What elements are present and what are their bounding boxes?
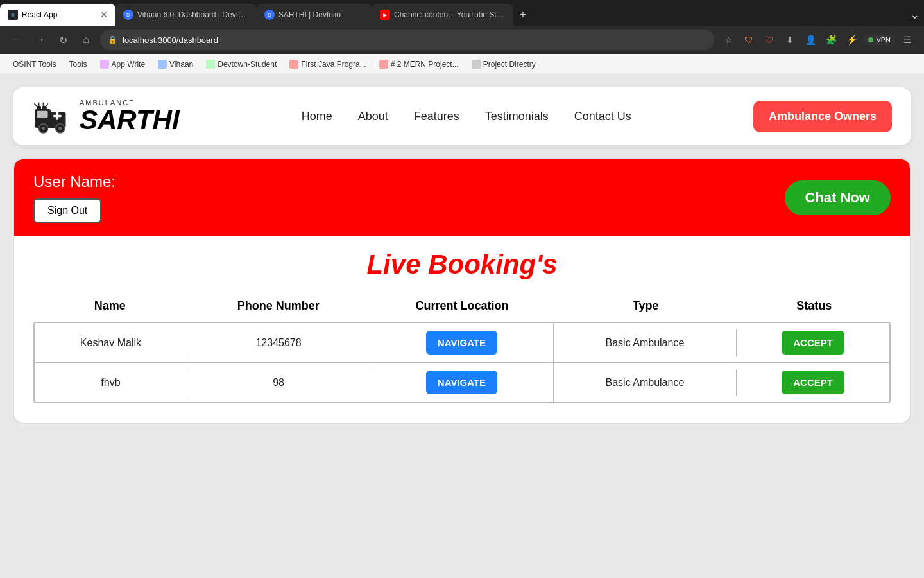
puzzle-icon[interactable]: 🧩 — [822, 31, 840, 49]
bookmarks-bar: OSINT Tools Tools App Write Vihaan Devto… — [0, 54, 924, 74]
navigate-button-1[interactable]: NAVIGATE — [426, 331, 497, 355]
project-favicon — [472, 60, 481, 69]
accept-button-1[interactable]: ACCEPT — [782, 331, 844, 355]
table-row: Keshav Malik 12345678 NAVIGATE Basic Amb… — [35, 323, 889, 363]
bookings-table: Keshav Malik 12345678 NAVIGATE Basic Amb… — [33, 322, 891, 403]
extension-shield[interactable]: 🛡 — [740, 31, 758, 49]
bookmark-tools[interactable]: Tools — [64, 58, 92, 70]
nav-contact[interactable]: Contact Us — [574, 110, 631, 123]
back-button[interactable]: ← — [8, 31, 26, 49]
bookmark-label-java: First Java Progra... — [301, 60, 366, 69]
ambulance-logo-icon — [32, 97, 77, 136]
vpn-badge[interactable]: VPN — [863, 35, 896, 45]
tab-sarthi[interactable]: D SARTHI | Devfolio — [257, 4, 372, 26]
nav-bar: ← → ↻ ⌂ 🔒 ☆ 🛡 🛡 ⬇ 👤 🧩 ⚡ VPN ☰ — [0, 26, 924, 54]
lock-icon: 🔒 — [108, 35, 117, 44]
col-phone: Phone Number — [187, 299, 370, 313]
row2-type: Basic Ambulance — [554, 369, 737, 396]
bookmark-osint[interactable]: OSINT Tools — [8, 58, 62, 70]
nav-home[interactable]: Home — [302, 110, 332, 123]
bookmark-devtown[interactable]: Devtown-Student — [201, 58, 282, 70]
reload-button[interactable]: ↻ — [54, 31, 72, 49]
accept-button-2[interactable]: ACCEPT — [782, 371, 844, 394]
user-section: User Name: Sign Out — [33, 173, 116, 223]
profile-button[interactable]: 👤 — [801, 31, 819, 49]
tab-label-youtube: Channel content - YouTube Studio — [394, 10, 506, 19]
row2-phone: 98 — [187, 369, 370, 396]
dashboard-container: User Name: Sign Out Chat Now Live Bookin… — [13, 158, 911, 424]
nav-testimonials[interactable]: Testimonials — [485, 110, 549, 123]
favicon-youtube: ▶ — [380, 10, 390, 20]
tab-react-app[interactable]: ⚛ React App ✕ — [0, 4, 116, 26]
row1-status: ACCEPT — [737, 323, 889, 362]
dashboard-header: User Name: Sign Out Chat Now — [14, 159, 910, 236]
svg-rect-9 — [37, 106, 41, 110]
chat-now-button[interactable]: Chat Now — [785, 180, 891, 215]
bookmark-label-appwrite: App Write — [112, 60, 145, 69]
sign-out-button[interactable]: Sign Out — [33, 198, 101, 223]
row1-name: Keshav Malik — [35, 329, 187, 356]
nav-features[interactable]: Features — [414, 110, 459, 123]
ambulance-owners-button[interactable]: Ambulance Owners — [753, 101, 892, 132]
svg-rect-10 — [42, 106, 47, 110]
bookmark-vihaan[interactable]: Vihaan — [153, 58, 198, 70]
col-name: Name — [33, 299, 187, 313]
favicon-react: ⚛ — [8, 10, 18, 20]
row1-type: Basic Ambulance — [554, 329, 737, 356]
row2-name: fhvb — [35, 369, 187, 396]
page-content: AMBULANCE SARTHI Home About Features Tes… — [0, 74, 924, 578]
svg-line-11 — [35, 103, 37, 106]
mern-favicon — [379, 60, 388, 69]
svg-point-7 — [42, 127, 45, 130]
appwrite-favicon — [100, 60, 109, 69]
bookmark-java[interactable]: First Java Progra... — [284, 58, 371, 70]
site-header: AMBULANCE SARTHI Home About Features Tes… — [13, 87, 911, 145]
tab-label-sarthi: SARTHI | Devfolio — [278, 10, 364, 19]
bookmark-project[interactable]: Project Directry — [466, 58, 541, 70]
bookings-section: Live Booking's Name Phone Number Current… — [14, 236, 910, 423]
vpn-status-dot — [868, 37, 873, 42]
logo-text-area: AMBULANCE SARTHI — [80, 99, 180, 134]
new-tab-button[interactable]: + — [513, 4, 533, 26]
bookings-title: Live Booking's — [33, 249, 891, 280]
address-input[interactable] — [123, 35, 706, 45]
home-button[interactable]: ⌂ — [77, 31, 95, 49]
bookmark-mern[interactable]: # 2 MERN Project... — [374, 58, 464, 70]
nav-actions: ☆ 🛡 🛡 ⬇ 👤 🧩 ⚡ VPN ☰ — [719, 31, 916, 49]
tab-close-react[interactable]: ✕ — [100, 10, 108, 20]
tab-label-vihaan: Vihaan 6.0: Dashboard | Devfolio — [137, 10, 249, 19]
tab-more-button[interactable]: ⌄ — [905, 4, 924, 26]
tab-vihaan[interactable]: D Vihaan 6.0: Dashboard | Devfolio — [116, 4, 257, 26]
browser-chrome: ⚛ React App ✕ D Vihaan 6.0: Dashboard | … — [0, 0, 924, 74]
site-nav: Home About Features Testimonials Contact… — [302, 110, 631, 123]
download-button[interactable]: ⬇ — [781, 31, 799, 49]
bookmark-appwrite[interactable]: App Write — [95, 58, 150, 70]
row1-phone: 12345678 — [187, 329, 370, 356]
tab-bar: ⚛ React App ✕ D Vihaan 6.0: Dashboard | … — [0, 0, 924, 26]
bookmark-label-devtown: Devtown-Student — [218, 60, 277, 69]
bookmark-button[interactable]: ☆ — [719, 31, 737, 49]
row2-status: ACCEPT — [737, 363, 889, 402]
favicon-devfolio-2: D — [264, 10, 275, 20]
favicon-devfolio-1: D — [123, 10, 133, 20]
forward-button[interactable]: → — [31, 31, 49, 49]
col-location: Current Location — [370, 299, 554, 313]
vihaan-favicon — [158, 60, 167, 69]
table-row: fhvb 98 NAVIGATE Basic Ambulance ACCEPT — [35, 363, 889, 402]
tab-youtube[interactable]: ▶ Channel content - YouTube Studio — [372, 4, 513, 26]
bookings-table-wrapper: Name Phone Number Current Location Type … — [33, 293, 891, 403]
nav-about[interactable]: About — [358, 110, 388, 123]
bookmark-label-mern: # 2 MERN Project... — [391, 60, 459, 69]
svg-line-14 — [47, 103, 48, 106]
menu-button[interactable]: ☰ — [898, 31, 916, 49]
bookmark-label-vihaan: Vihaan — [169, 60, 193, 69]
svg-rect-4 — [56, 112, 59, 119]
navigate-button-2[interactable]: NAVIGATE — [426, 371, 497, 394]
col-status: Status — [737, 299, 891, 313]
bookmark-label-project: Project Directry — [483, 60, 536, 69]
address-bar[interactable]: 🔒 — [100, 30, 714, 50]
devtown-favicon — [206, 60, 215, 69]
extension-shield2[interactable]: 🛡 — [760, 31, 778, 49]
extensions-button[interactable]: ⚡ — [843, 31, 860, 49]
vpn-label: VPN — [876, 36, 891, 44]
